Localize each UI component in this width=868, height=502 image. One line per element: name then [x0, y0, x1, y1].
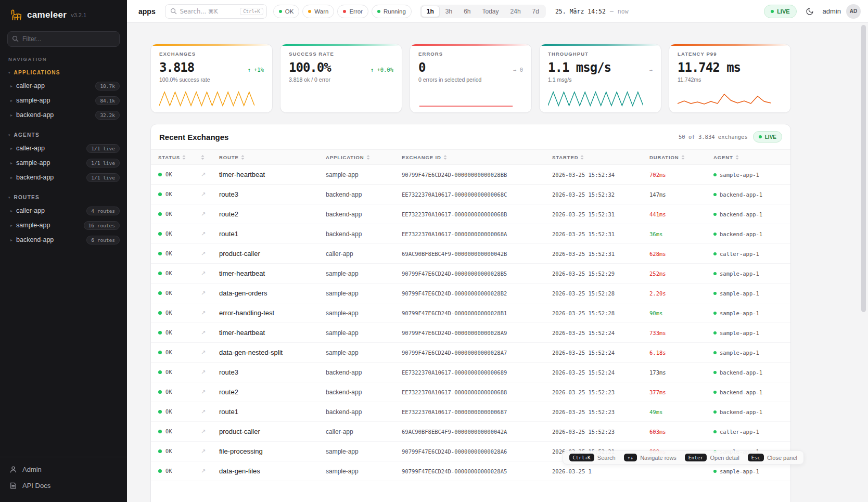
table-row[interactable]: OK↗timer-heartbeatsample-app90799F47E6CD… — [151, 323, 790, 343]
section-header-routes[interactable]: ▾ROUTES — [0, 193, 127, 203]
column-header-duration[interactable]: DURATION — [649, 155, 713, 160]
table-row[interactable]: OK↗route3backend-appEE7322370A10617-0000… — [151, 185, 790, 204]
time-range-6h[interactable]: 6h — [458, 6, 476, 17]
status-text: OK — [165, 389, 172, 395]
footer-item-admin[interactable]: Admin — [0, 461, 127, 478]
scrollbar[interactable] — [861, 25, 866, 312]
open-detail-icon[interactable]: ↗ — [201, 329, 206, 336]
open-detail-icon[interactable]: ↗ — [201, 270, 206, 277]
table-live-badge[interactable]: LIVE — [753, 131, 782, 143]
open-detail-icon[interactable]: ↗ — [201, 389, 206, 395]
agent-status-dot — [713, 470, 717, 473]
table-row[interactable]: OK↗error-handling-testsample-app90799F47… — [151, 303, 790, 323]
open-detail-icon[interactable]: ↗ — [201, 428, 206, 435]
sidebar-item-sample-app[interactable]: ▸sample-app84.1k — [0, 93, 127, 108]
sidebar-item-caller-app[interactable]: ▸caller-app1/1 live — [0, 141, 127, 156]
exchange-agent: sample-app-1 — [713, 468, 790, 474]
section-header-agents[interactable]: ▾AGENTS — [0, 131, 127, 141]
exchange-started: 2026-03-25 15:52:24 — [552, 330, 649, 336]
exchange-status: OK — [158, 350, 201, 355]
time-range-24h[interactable]: 24h — [505, 6, 527, 17]
sort-icon — [681, 155, 685, 160]
theme-toggle[interactable] — [802, 4, 818, 19]
open-detail-icon[interactable]: ↗ — [201, 290, 206, 297]
column-header-agent[interactable]: AGENT — [713, 155, 790, 160]
open-detail-icon[interactable]: ↗ — [201, 468, 206, 474]
open-detail-icon[interactable]: ↗ — [201, 369, 206, 376]
status-filter-ok[interactable]: OK — [273, 5, 300, 18]
stat-trend: → — [649, 67, 653, 73]
table-row[interactable]: OK↗route2backend-appEE7322370A10617-0000… — [151, 204, 790, 224]
global-search[interactable]: Ctrl+K — [165, 4, 267, 19]
keyboard-hints-bar: Ctrl+KSearch↑↓Navigate rowsEnterOpen det… — [563, 450, 804, 465]
live-toggle[interactable]: LIVE — [764, 5, 796, 18]
sidebar-item-backend-app[interactable]: ▸backend-app1/1 live — [0, 170, 127, 185]
footer-item-api-docs[interactable]: API Docs — [0, 478, 127, 494]
open-detail-icon[interactable]: ↗ — [201, 349, 206, 356]
footer-item-label: API Docs — [22, 482, 50, 490]
open-detail-icon[interactable]: ↗ — [201, 408, 206, 415]
column-header-application[interactable]: APPLICATION — [326, 155, 402, 160]
sidebar-item-sample-app[interactable]: ▸sample-app1/1 live — [0, 156, 127, 170]
open-detail-icon[interactable]: ↗ — [201, 230, 206, 237]
status-text: OK — [165, 330, 172, 336]
time-range-7d[interactable]: 7d — [527, 6, 545, 17]
filter-input[interactable] — [7, 31, 120, 47]
status-filter-warn[interactable]: Warn — [302, 5, 334, 18]
exchange-status: OK — [158, 389, 201, 395]
open-detail-icon[interactable]: ↗ — [201, 191, 206, 198]
table-row[interactable]: OK↗product-callercaller-app69AC90BF8EBC4… — [151, 422, 790, 442]
stat-accent-bar — [669, 44, 790, 46]
exchange-application: caller-app — [326, 428, 402, 435]
table-row[interactable]: OK↗route1backend-appEE7322370A10617-0000… — [151, 224, 790, 244]
sidebar-item-caller-app[interactable]: ▸caller-app4 routes — [0, 203, 127, 218]
time-range-3h[interactable]: 3h — [440, 6, 458, 17]
stat-card-exchanges: EXCHANGES3.818↑ +1%100.0% success rate — [150, 44, 273, 113]
table-row[interactable]: OK↗product-callercaller-app69AC90BF8EBC4… — [151, 244, 790, 264]
sidebar-item-caller-app[interactable]: ▸caller-app10.7k — [0, 79, 127, 93]
open-detail-icon[interactable]: ↗ — [201, 250, 206, 257]
ok-status-dot — [158, 272, 162, 275]
avatar[interactable]: AD — [846, 4, 861, 19]
sidebar-item-sample-app[interactable]: ▸sample-app16 routes — [0, 218, 127, 233]
agent-status-dot — [713, 173, 717, 176]
status-filter-error[interactable]: Error — [337, 5, 368, 18]
status-filter-running[interactable]: Running — [372, 5, 412, 18]
open-detail-icon[interactable]: ↗ — [201, 310, 206, 316]
time-range-today[interactable]: Today — [477, 6, 505, 17]
column-header-status[interactable]: STATUS — [158, 155, 201, 160]
exchange-id: EE7322370A10617-0000000000000688 — [402, 389, 552, 395]
table-row[interactable]: OK↗timer-heartbeatsample-app90799F47E6CD… — [151, 165, 790, 185]
app-name: cameleer — [27, 10, 67, 20]
column-header-route[interactable]: ROUTE — [219, 155, 326, 160]
open-detail-icon[interactable]: ↗ — [201, 171, 206, 178]
stat-value-row: 100.0%↑ +0.0% — [289, 60, 393, 75]
exchange-id: EE7322370A10617-000000000000068B — [402, 211, 552, 217]
sparkline — [159, 90, 254, 108]
agent-status-dot — [713, 252, 717, 255]
search-input[interactable] — [180, 8, 237, 15]
table-row[interactable]: OK↗data-gen-nested-splitsample-app90799F… — [151, 343, 790, 363]
running-status-dot — [377, 10, 380, 13]
exchange-application: sample-app — [326, 310, 402, 317]
table-header: Recent Exchanges 50 of 3.834 exchanges L… — [151, 124, 790, 149]
section-header-applications[interactable]: ▾APPLICATIONS — [0, 68, 127, 79]
table-row[interactable]: OK↗timer-heartbeatsample-app90799F47E6CD… — [151, 264, 790, 284]
table-row[interactable]: OK↗data-gen-orderssample-app90799F47E6CD… — [151, 284, 790, 303]
open-detail-icon[interactable]: ↗ — [201, 448, 206, 455]
column-header-expand[interactable] — [201, 155, 219, 160]
column-header-started[interactable]: STARTED — [552, 155, 649, 160]
section-label: APPLICATIONS — [14, 70, 60, 75]
sidebar-item-backend-app[interactable]: ▸backend-app32.2k — [0, 108, 127, 122]
item-count-badge: 1/1 live — [86, 159, 120, 168]
app-logo[interactable]: cameleer v3.2.1 — [0, 0, 127, 28]
open-detail-icon[interactable]: ↗ — [201, 211, 206, 217]
table-row[interactable]: OK↗route1backend-appEE7322370A10617-0000… — [151, 402, 790, 422]
exchange-duration: 377ms — [649, 389, 713, 395]
exchange-application: caller-app — [326, 250, 402, 258]
table-row[interactable]: OK↗route2backend-appEE7322370A10617-0000… — [151, 382, 790, 402]
table-row[interactable]: OK↗route3backend-appEE7322370A10617-0000… — [151, 363, 790, 382]
time-range-1h[interactable]: 1h — [421, 6, 440, 17]
sidebar-item-backend-app[interactable]: ▸backend-app6 routes — [0, 233, 127, 247]
column-header-exchange-id[interactable]: EXCHANGE ID — [402, 155, 552, 160]
